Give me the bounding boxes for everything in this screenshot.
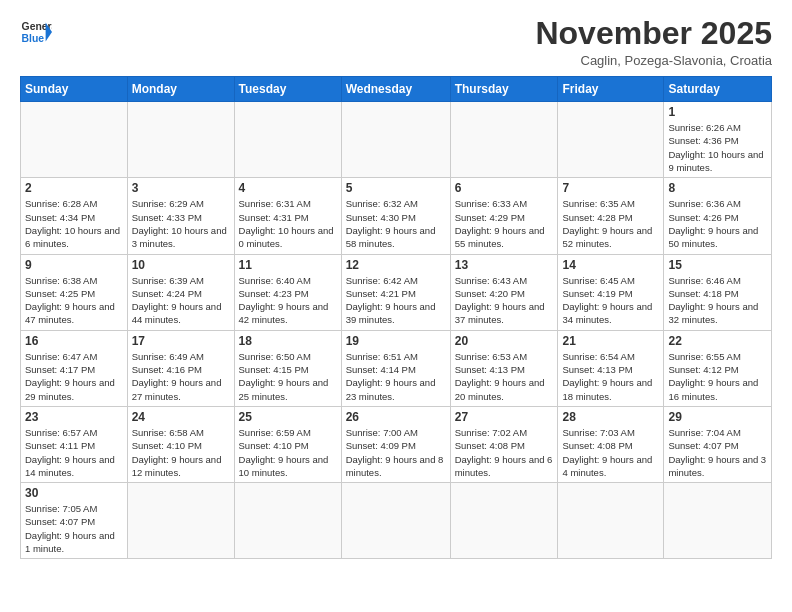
day-info: Sunrise: 6:39 AMSunset: 4:24 PMDaylight:… (132, 274, 230, 327)
day-info: Sunrise: 6:54 AMSunset: 4:13 PMDaylight:… (562, 350, 659, 403)
subtitle: Caglin, Pozega-Slavonia, Croatia (535, 53, 772, 68)
table-row: 28Sunrise: 7:03 AMSunset: 4:08 PMDayligh… (558, 406, 664, 482)
day-number: 14 (562, 258, 659, 272)
table-row (234, 102, 341, 178)
day-number: 29 (668, 410, 767, 424)
day-number: 2 (25, 181, 123, 195)
day-number: 1 (668, 105, 767, 119)
header: General Blue November 2025 Caglin, Pozeg… (20, 16, 772, 68)
day-info: Sunrise: 6:29 AMSunset: 4:33 PMDaylight:… (132, 197, 230, 250)
table-row: 22Sunrise: 6:55 AMSunset: 4:12 PMDayligh… (664, 330, 772, 406)
col-friday: Friday (558, 77, 664, 102)
generalblue-logo-icon: General Blue (20, 16, 52, 48)
table-row: 3Sunrise: 6:29 AMSunset: 4:33 PMDaylight… (127, 178, 234, 254)
day-info: Sunrise: 6:33 AMSunset: 4:29 PMDaylight:… (455, 197, 554, 250)
table-row: 18Sunrise: 6:50 AMSunset: 4:15 PMDayligh… (234, 330, 341, 406)
day-info: Sunrise: 7:04 AMSunset: 4:07 PMDaylight:… (668, 426, 767, 479)
table-row: 24Sunrise: 6:58 AMSunset: 4:10 PMDayligh… (127, 406, 234, 482)
col-wednesday: Wednesday (341, 77, 450, 102)
day-number: 5 (346, 181, 446, 195)
table-row: 13Sunrise: 6:43 AMSunset: 4:20 PMDayligh… (450, 254, 558, 330)
table-row: 6Sunrise: 6:33 AMSunset: 4:29 PMDaylight… (450, 178, 558, 254)
month-title: November 2025 (535, 16, 772, 51)
day-number: 15 (668, 258, 767, 272)
table-row: 4Sunrise: 6:31 AMSunset: 4:31 PMDaylight… (234, 178, 341, 254)
page: General Blue November 2025 Caglin, Pozeg… (0, 0, 792, 612)
day-info: Sunrise: 6:40 AMSunset: 4:23 PMDaylight:… (239, 274, 337, 327)
day-number: 18 (239, 334, 337, 348)
col-tuesday: Tuesday (234, 77, 341, 102)
day-info: Sunrise: 6:32 AMSunset: 4:30 PMDaylight:… (346, 197, 446, 250)
day-info: Sunrise: 6:57 AMSunset: 4:11 PMDaylight:… (25, 426, 123, 479)
table-row (450, 102, 558, 178)
table-row: 26Sunrise: 7:00 AMSunset: 4:09 PMDayligh… (341, 406, 450, 482)
day-info: Sunrise: 6:59 AMSunset: 4:10 PMDaylight:… (239, 426, 337, 479)
day-number: 8 (668, 181, 767, 195)
day-info: Sunrise: 7:02 AMSunset: 4:08 PMDaylight:… (455, 426, 554, 479)
day-number: 22 (668, 334, 767, 348)
day-number: 7 (562, 181, 659, 195)
table-row (558, 102, 664, 178)
table-row: 29Sunrise: 7:04 AMSunset: 4:07 PMDayligh… (664, 406, 772, 482)
day-number: 23 (25, 410, 123, 424)
calendar-table: Sunday Monday Tuesday Wednesday Thursday… (20, 76, 772, 559)
day-info: Sunrise: 6:28 AMSunset: 4:34 PMDaylight:… (25, 197, 123, 250)
table-row (664, 483, 772, 559)
day-info: Sunrise: 6:55 AMSunset: 4:12 PMDaylight:… (668, 350, 767, 403)
day-number: 4 (239, 181, 337, 195)
title-area: November 2025 Caglin, Pozega-Slavonia, C… (535, 16, 772, 68)
table-row (341, 483, 450, 559)
day-info: Sunrise: 6:42 AMSunset: 4:21 PMDaylight:… (346, 274, 446, 327)
day-number: 19 (346, 334, 446, 348)
day-number: 30 (25, 486, 123, 500)
logo: General Blue (20, 16, 52, 48)
table-row: 10Sunrise: 6:39 AMSunset: 4:24 PMDayligh… (127, 254, 234, 330)
calendar-header-row: Sunday Monday Tuesday Wednesday Thursday… (21, 77, 772, 102)
col-monday: Monday (127, 77, 234, 102)
table-row (450, 483, 558, 559)
day-number: 12 (346, 258, 446, 272)
table-row: 7Sunrise: 6:35 AMSunset: 4:28 PMDaylight… (558, 178, 664, 254)
day-number: 16 (25, 334, 123, 348)
day-number: 27 (455, 410, 554, 424)
table-row: 2Sunrise: 6:28 AMSunset: 4:34 PMDaylight… (21, 178, 128, 254)
day-number: 24 (132, 410, 230, 424)
day-number: 10 (132, 258, 230, 272)
day-info: Sunrise: 6:43 AMSunset: 4:20 PMDaylight:… (455, 274, 554, 327)
svg-text:Blue: Blue (22, 33, 45, 44)
day-info: Sunrise: 6:36 AMSunset: 4:26 PMDaylight:… (668, 197, 767, 250)
day-info: Sunrise: 6:26 AMSunset: 4:36 PMDaylight:… (668, 121, 767, 174)
day-number: 6 (455, 181, 554, 195)
table-row: 21Sunrise: 6:54 AMSunset: 4:13 PMDayligh… (558, 330, 664, 406)
day-info: Sunrise: 6:50 AMSunset: 4:15 PMDaylight:… (239, 350, 337, 403)
table-row (127, 483, 234, 559)
table-row: 30Sunrise: 7:05 AMSunset: 4:07 PMDayligh… (21, 483, 128, 559)
day-number: 9 (25, 258, 123, 272)
day-info: Sunrise: 6:46 AMSunset: 4:18 PMDaylight:… (668, 274, 767, 327)
table-row: 5Sunrise: 6:32 AMSunset: 4:30 PMDaylight… (341, 178, 450, 254)
col-thursday: Thursday (450, 77, 558, 102)
table-row (234, 483, 341, 559)
day-info: Sunrise: 6:45 AMSunset: 4:19 PMDaylight:… (562, 274, 659, 327)
table-row: 27Sunrise: 7:02 AMSunset: 4:08 PMDayligh… (450, 406, 558, 482)
day-number: 13 (455, 258, 554, 272)
day-number: 11 (239, 258, 337, 272)
day-info: Sunrise: 6:38 AMSunset: 4:25 PMDaylight:… (25, 274, 123, 327)
table-row: 14Sunrise: 6:45 AMSunset: 4:19 PMDayligh… (558, 254, 664, 330)
day-info: Sunrise: 6:47 AMSunset: 4:17 PMDaylight:… (25, 350, 123, 403)
day-info: Sunrise: 6:31 AMSunset: 4:31 PMDaylight:… (239, 197, 337, 250)
table-row: 1Sunrise: 6:26 AMSunset: 4:36 PMDaylight… (664, 102, 772, 178)
table-row (21, 102, 128, 178)
day-info: Sunrise: 7:00 AMSunset: 4:09 PMDaylight:… (346, 426, 446, 479)
table-row: 17Sunrise: 6:49 AMSunset: 4:16 PMDayligh… (127, 330, 234, 406)
day-info: Sunrise: 6:51 AMSunset: 4:14 PMDaylight:… (346, 350, 446, 403)
table-row: 23Sunrise: 6:57 AMSunset: 4:11 PMDayligh… (21, 406, 128, 482)
day-info: Sunrise: 6:49 AMSunset: 4:16 PMDaylight:… (132, 350, 230, 403)
table-row: 9Sunrise: 6:38 AMSunset: 4:25 PMDaylight… (21, 254, 128, 330)
day-number: 28 (562, 410, 659, 424)
table-row (341, 102, 450, 178)
col-saturday: Saturday (664, 77, 772, 102)
table-row: 25Sunrise: 6:59 AMSunset: 4:10 PMDayligh… (234, 406, 341, 482)
day-info: Sunrise: 7:05 AMSunset: 4:07 PMDaylight:… (25, 502, 123, 555)
table-row: 20Sunrise: 6:53 AMSunset: 4:13 PMDayligh… (450, 330, 558, 406)
